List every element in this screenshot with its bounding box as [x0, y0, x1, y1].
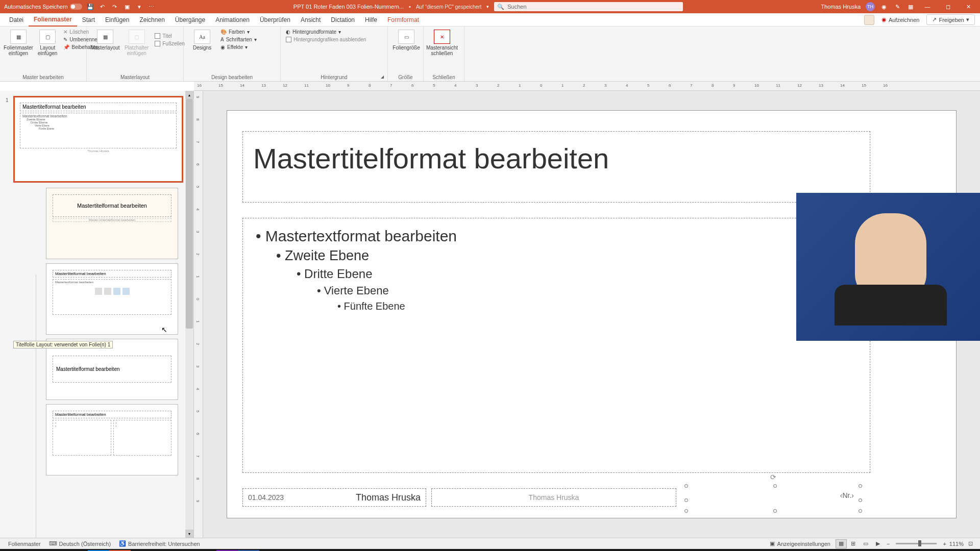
customize-qat-icon[interactable]: ⋯	[148, 3, 156, 11]
webcam-overlay	[796, 193, 980, 341]
scroll-thumb[interactable]	[186, 99, 193, 329]
normal-view-button[interactable]: ▦	[836, 539, 847, 548]
tab-formformat[interactable]: Formformat	[382, 13, 424, 27]
group-masterlayout: Masterlayout	[87, 74, 183, 80]
user-name[interactable]: Thomas Hruska	[821, 4, 861, 10]
close-master-button[interactable]: ✕Masteransicht schließen	[428, 29, 456, 57]
undo-icon[interactable]: ↶	[99, 3, 107, 11]
footers-checkbox[interactable]: Fußzeilen	[154, 40, 186, 47]
effects-button[interactable]: ◉Effekte▾	[219, 44, 258, 51]
tab-dictation[interactable]: Dictation	[326, 13, 360, 27]
redo-icon[interactable]: ↷	[111, 3, 119, 11]
footer-placeholder[interactable]: Thomas Hruska	[431, 488, 676, 507]
title-checkbox[interactable]: Titel	[154, 33, 186, 39]
search-icon: 🔍	[497, 4, 504, 10]
bg-dialog-launcher[interactable]: ◢	[381, 74, 386, 80]
tab-datei[interactable]: Datei	[4, 13, 29, 27]
delete-icon: ✕	[63, 29, 67, 35]
tab-uebergaenge[interactable]: Übergänge	[170, 13, 210, 27]
group-master-edit: Master bearbeiten	[0, 74, 86, 80]
body-placeholder[interactable]: Mastertextformat bearbeiten Zweite Ebene…	[242, 218, 870, 473]
language-icon: ⌨	[49, 540, 57, 547]
fit-window-button[interactable]: ⊡	[965, 539, 976, 548]
window-layout-icon[interactable]: ▦	[906, 3, 915, 11]
slideshow-view-button[interactable]: ▶	[872, 539, 884, 548]
reading-view-button[interactable]: ▭	[860, 539, 871, 548]
scroll-up-icon[interactable]: ▴	[185, 91, 193, 99]
coming-soon-icon[interactable]: ◉	[880, 3, 888, 11]
share-button[interactable]: ↗Freigeben▾	[926, 14, 975, 25]
user-avatar[interactable]: TH	[866, 2, 875, 11]
thumbnail-scrollbar[interactable]: ▴ ▾	[185, 91, 193, 538]
tab-ueberpruefen[interactable]: Überprüfen	[255, 13, 296, 27]
tab-folienmaster[interactable]: Folienmaster	[29, 13, 77, 27]
autosave-toggle[interactable]: Automatisches Speichern	[4, 4, 82, 10]
minimize-button[interactable]: —	[920, 0, 935, 13]
status-language[interactable]: ⌨Deutsch (Österreich)	[45, 540, 115, 547]
colors-icon: 🎨	[220, 29, 227, 35]
rotate-handle-icon[interactable]: ⟳	[770, 473, 776, 481]
insert-slidemaster-button[interactable]: ▦Folienmaster einfügen	[4, 29, 33, 57]
layout-thumbnail-4[interactable]: Mastertitelformat bearbeiten •• ••	[46, 404, 178, 475]
group-schliessen: Schließen	[424, 74, 464, 80]
save-location[interactable]: Auf "diesem PC" gespeichert	[416, 4, 481, 10]
present-icon[interactable]: ▣	[123, 3, 131, 11]
ribbon: ▦Folienmaster einfügen ▢Layout einfügen …	[0, 27, 980, 82]
sorter-view-button[interactable]: ⊞	[848, 539, 859, 548]
status-bar: Folienmaster ⌨Deutsch (Österreich) ♿Barr…	[0, 538, 980, 549]
effects-icon: ◉	[220, 44, 225, 50]
slidenumber-placeholder-selected[interactable]: ⟳ ‹Nr.›	[687, 486, 860, 511]
pen-icon[interactable]: ✎	[893, 3, 901, 11]
save-icon[interactable]: 💾	[86, 3, 94, 11]
title-placeholder[interactable]: Mastertitelformat bearbeiten	[242, 131, 870, 203]
tab-einfuegen[interactable]: Einfügen	[100, 13, 134, 27]
background-styles-button[interactable]: ◐Hintergrundformate▾	[285, 29, 367, 35]
comments-button[interactable]	[864, 15, 874, 25]
tab-hilfe[interactable]: Hilfe	[360, 13, 382, 27]
zoom-level[interactable]: 111%	[949, 541, 964, 547]
hide-bg-graphics-checkbox[interactable]: Hintergrundgrafiken ausblenden	[285, 36, 367, 43]
mouse-cursor: ↖	[161, 325, 167, 334]
placeholder-button: ▢Platzhalter einfügen	[122, 29, 151, 57]
masterlayout-button[interactable]: ▦Masterlayout	[91, 29, 119, 52]
fonts-button[interactable]: ASchriftarten▾	[219, 36, 258, 43]
record-button[interactable]: ◉Aufzeichnen	[878, 15, 923, 24]
tab-ansicht[interactable]: Ansicht	[296, 13, 326, 27]
zoom-slider[interactable]	[896, 543, 937, 544]
accessibility-icon: ♿	[119, 540, 126, 547]
master-thumbnail[interactable]: 1 Mastertitelformat bearbeiten Mastertex…	[13, 96, 183, 183]
maximize-button[interactable]: ◻	[940, 0, 955, 13]
layout-thumbnail-2[interactable]: Mastertitelformat bearbeiten Mastertextf…	[46, 263, 178, 335]
zoom-in-button[interactable]: +	[941, 541, 948, 547]
display-settings-button[interactable]: ▣Anzeigeeinstellungen	[766, 540, 835, 547]
tab-start[interactable]: Start	[77, 13, 100, 27]
quick-access-more-icon[interactable]: ▾	[135, 3, 143, 11]
group-groesse: Größe	[388, 74, 423, 80]
ribbon-tabs: Datei Folienmaster Start Einfügen Zeichn…	[0, 13, 980, 27]
search-input[interactable]: 🔍 Suchen	[494, 2, 683, 11]
colors-button[interactable]: 🎨Farben▾	[219, 29, 258, 35]
designs-button[interactable]: AaDesigns	[188, 29, 216, 52]
scroll-down-icon[interactable]: ▾	[185, 530, 193, 538]
thumbnail-panel: 1 Mastertitelformat bearbeiten Mastertex…	[0, 91, 194, 538]
vertical-ruler[interactable]: 9876543210123456789	[194, 91, 203, 538]
slide-canvas[interactable]: Mastertitelformat bearbeiten Mastertextf…	[203, 91, 980, 538]
rename-icon: ✎	[63, 37, 67, 42]
layout-tooltip: Titelfolie Layout: verwendet von Folie(n…	[13, 341, 113, 348]
zoom-out-button[interactable]: −	[885, 541, 892, 547]
slide-size-button[interactable]: ▭Foliengröße	[392, 29, 421, 52]
document-title: PPT 01 Roter Faden 003 Folien-Nummern...	[293, 4, 404, 10]
group-hintergrund: Hintergrund	[281, 74, 387, 80]
bg-icon: ◐	[286, 29, 290, 35]
layout-thumbnail-1[interactable]: Mastertitelformat bearbeiten Master-Unte…	[46, 188, 178, 259]
title-bar: Automatisches Speichern 💾 ↶ ↷ ▣ ▾ ⋯ PPT …	[0, 0, 980, 13]
status-accessibility[interactable]: ♿Barrierefreiheit: Untersuchen	[115, 540, 204, 547]
tab-zeichnen[interactable]: Zeichnen	[134, 13, 169, 27]
date-placeholder[interactable]: 01.04.2023 Thomas Hruska	[242, 488, 426, 507]
status-view-mode[interactable]: Folienmaster	[4, 541, 45, 547]
tab-animationen[interactable]: Animationen	[210, 13, 255, 27]
horizontal-ruler[interactable]: 1615141312111098765432101234567891011121…	[194, 82, 980, 91]
windows-taskbar: ⊞ 📁 🦊 ◉ ✉ P ☁ ▲ ▦ ◆ N V ◪ ▣ ◉ ○ ◉ e X 📄 …	[0, 549, 980, 551]
insert-layout-button[interactable]: ▢Layout einfügen	[36, 29, 59, 57]
close-button[interactable]: ✕	[961, 0, 976, 13]
